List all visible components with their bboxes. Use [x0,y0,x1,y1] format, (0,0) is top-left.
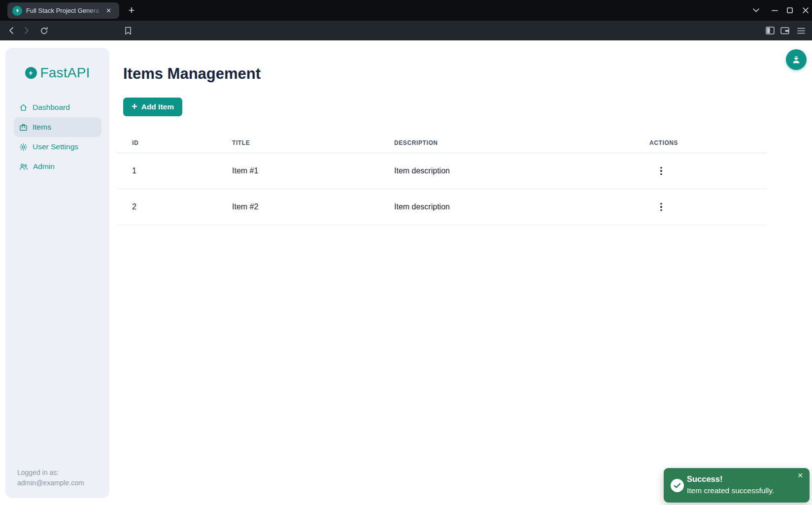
logged-in-email: admin@example.com [17,478,84,488]
row-actions-menu-button[interactable] [654,164,669,178]
add-item-button[interactable]: + Add Item [123,98,182,116]
page-title: Items Management [123,65,261,83]
sidebar-item-items[interactable]: Items [14,117,102,137]
col-header-title: TITLE [232,139,394,146]
sidebar: FastAPI Dashboard Items [5,48,109,498]
sidebar-item-label: Items [33,123,51,132]
sidebar-item-label: Dashboard [33,103,70,112]
logo-text: FastAPI [40,65,90,81]
sidebar-nav: Dashboard Items User Settings [14,98,102,176]
fastapi-bolt-icon [25,67,37,79]
browser-tab[interactable]: Full Stack Project Genera ✕ [7,2,119,19]
tab-search-chevron-button[interactable] [749,4,762,16]
sidebar-item-dashboard[interactable]: Dashboard [14,98,102,117]
add-item-label: Add Item [141,102,174,111]
sidebar-panel-icon[interactable] [764,25,777,36]
fastapi-logo: FastAPI [5,65,109,81]
briefcase-icon [19,123,28,132]
menu-icon[interactable] [795,25,808,36]
gear-icon [19,143,28,151]
window-close-button[interactable] [799,4,812,16]
cell-description: Item description [394,167,649,175]
reload-button[interactable] [37,25,50,36]
back-button[interactable] [4,25,17,36]
sidebar-item-admin[interactable]: Admin [14,157,102,176]
cell-title: Item #2 [232,202,394,211]
forward-button[interactable] [20,25,33,36]
cell-id: 1 [117,167,232,175]
wallet-icon[interactable] [778,25,791,36]
table-row: 2 Item #2 Item description [117,189,767,225]
user-icon [791,54,802,65]
col-header-id: ID [117,139,232,146]
sidebar-item-label: Admin [33,162,55,171]
cell-title: Item #1 [232,167,394,175]
success-toast: Success! Item created successfully. ✕ [664,468,810,503]
fastapi-favicon-icon [12,6,22,16]
col-header-actions: ACTIONS [649,139,767,146]
row-actions-menu-button[interactable] [654,200,669,214]
browser-toolbar: localhost/items [0,21,812,40]
browser-tab-bar: Full Stack Project Genera ✕ + [0,0,812,21]
table-row: 1 Item #1 Item description [117,153,767,189]
users-icon [19,163,28,171]
logged-in-label: Logged in as: [17,468,84,478]
window-maximize-button[interactable] [783,4,796,16]
logged-in-info: Logged in as: admin@example.com [17,468,84,488]
cell-description: Item description [394,202,649,211]
cell-id: 2 [117,202,232,211]
items-table: ID TITLE DESCRIPTION ACTIONS 1 Item #1 I… [117,133,767,225]
toast-message: Item created successfully. [687,486,774,495]
home-icon [19,103,28,112]
page-content: FastAPI Dashboard Items [0,40,812,505]
window-minimize-button[interactable] [768,4,781,16]
new-tab-button[interactable]: + [125,3,138,17]
toast-title: Success! [687,474,722,484]
col-header-description: DESCRIPTION [394,139,649,146]
check-circle-icon [671,479,684,492]
user-avatar-button[interactable] [786,49,807,70]
tab-close-button[interactable]: ✕ [106,7,111,14]
sidebar-item-label: User Settings [33,142,78,151]
table-header-row: ID TITLE DESCRIPTION ACTIONS [117,133,767,153]
sidebar-item-user-settings[interactable]: User Settings [14,137,102,157]
bookmark-icon[interactable] [122,25,135,36]
tab-title: Full Stack Project Genera [26,7,105,14]
plus-icon: + [132,101,137,111]
toast-close-button[interactable]: ✕ [797,472,803,479]
